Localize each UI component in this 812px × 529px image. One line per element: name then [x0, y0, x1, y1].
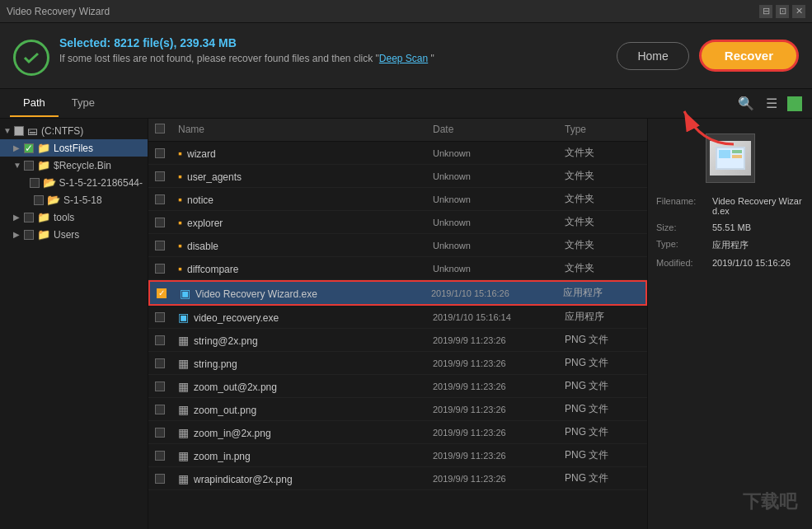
row-checkbox[interactable]: [155, 241, 165, 250]
file-date: Unknown: [433, 218, 565, 227]
file-date: 2019/1/10 15:16:14: [433, 312, 565, 322]
row-checkbox[interactable]: [155, 358, 165, 368]
file-type: 文件夹: [565, 146, 647, 160]
recyclebin-label: $Recycle.Bin: [54, 160, 111, 171]
checkbox-hdd[interactable]: [14, 126, 24, 136]
file-type: 文件夹: [565, 215, 647, 229]
list-icon-button[interactable]: ☰: [764, 94, 779, 113]
detail-size-label: Size:: [656, 222, 709, 232]
filelist-header: Name Date Type: [148, 119, 647, 142]
sidebar-item-recyclebin[interactable]: ▼ 📁 $Recycle.Bin: [0, 157, 148, 174]
checkbox-tools[interactable]: [24, 213, 34, 222]
lostfiles-label: LostFiles: [54, 143, 93, 154]
row-checkbox[interactable]: [155, 335, 165, 345]
file-date: Unknown: [433, 148, 565, 158]
file-row[interactable]: ▪wizard Unknown 文件夹: [148, 142, 647, 165]
row-checkbox[interactable]: [155, 474, 165, 484]
filelist: ▪wizard Unknown 文件夹 ▪user_agents Unknown…: [148, 142, 647, 529]
file-row-highlighted[interactable]: ✓ ▣Video Recovery Wizard.exe 2019/1/10 1…: [148, 280, 647, 306]
sidebar-item-hdd[interactable]: ▼ 🖴 (C:NTFS): [0, 122, 148, 139]
file-row[interactable]: ▣video_recovery.exe 2019/1/10 15:16:14 应…: [148, 306, 647, 329]
file-type: PNG 文件: [565, 356, 647, 370]
file-date: 2019/9/9 11:23:26: [433, 474, 565, 484]
app-icon-svg: [716, 147, 745, 170]
file-name: ▣video_recovery.exe: [178, 311, 433, 324]
home-button[interactable]: Home: [617, 42, 688, 70]
folder-icon: ▪: [178, 216, 182, 229]
folder-icon-users: 📁: [37, 228, 50, 241]
maximize-button[interactable]: ⊡: [776, 5, 789, 18]
detail-filename-row: Filename: Video Recovery Wizard.ex: [656, 196, 804, 216]
file-date: 2019/9/9 11:23:26: [433, 358, 565, 368]
sidebar-item-s1[interactable]: 📂 S-1-5-21-2186544-: [0, 174, 148, 191]
titlebar: Video Recovery Wizard ⊟ ⊡ ✕: [0, 0, 812, 23]
row-checkbox[interactable]: [155, 194, 165, 204]
header-checkbox[interactable]: [155, 124, 165, 133]
close-button[interactable]: ✕: [792, 5, 805, 18]
checkbox-s2[interactable]: [34, 195, 44, 205]
header-text: Selected: 8212 file(s), 239.34 MB If som…: [59, 36, 434, 64]
sidebar-item-tools[interactable]: ▶ 📁 tools: [0, 208, 148, 226]
tab-type[interactable]: Type: [59, 90, 108, 117]
file-name: ▪notice: [178, 193, 433, 206]
sidebar-item-users[interactable]: ▶ 📁 Users: [0, 226, 148, 243]
detail-type-label: Type:: [656, 239, 709, 251]
recover-button[interactable]: Recover: [699, 40, 799, 72]
png-icon: ▦: [178, 403, 189, 416]
s2-label: S-1-5-18: [63, 194, 102, 206]
row-checkbox[interactable]: [155, 382, 165, 391]
file-row[interactable]: ▦zoom_in.png 2019/9/9 11:23:26 PNG 文件: [148, 444, 647, 467]
folder-icon-s1: 📂: [43, 176, 56, 189]
row-checkbox[interactable]: [155, 405, 165, 414]
header-date: Date: [433, 124, 565, 136]
file-row[interactable]: ▦string.png 2019/9/9 11:23:26 PNG 文件: [148, 352, 647, 375]
file-row[interactable]: ▪diffcompare Unknown 文件夹: [148, 257, 647, 280]
file-type: PNG 文件: [565, 333, 647, 347]
checkbox-lostfiles[interactable]: ✓: [24, 143, 34, 153]
file-name: ▪explorer: [178, 216, 433, 229]
file-row[interactable]: ▪explorer Unknown 文件夹: [148, 211, 647, 234]
row-checkbox[interactable]: [155, 451, 165, 461]
row-checkbox[interactable]: [155, 148, 165, 158]
sidebar-item-s2[interactable]: 📂 S-1-5-18: [0, 191, 148, 208]
file-name: ▪wizard: [178, 147, 433, 160]
file-name: ▣Video Recovery Wizard.exe: [180, 287, 431, 300]
file-row[interactable]: ▪notice Unknown 文件夹: [148, 188, 647, 211]
row-checkbox-checked[interactable]: ✓: [157, 288, 167, 298]
file-row[interactable]: ▪disable Unknown 文件夹: [148, 234, 647, 257]
row-checkbox[interactable]: [155, 171, 165, 181]
row-checkbox[interactable]: [155, 312, 165, 322]
detail-panel: Filename: Video Recovery Wizard.ex Size:…: [647, 119, 812, 529]
minimize-button[interactable]: ⊟: [759, 5, 772, 18]
checkbox-s1[interactable]: [30, 178, 40, 188]
filelist-container: Name Date Type ▪wizard Unknown 文件夹 ▪user…: [148, 119, 647, 529]
folder-icon: ▪: [178, 239, 182, 252]
row-checkbox[interactable]: [155, 264, 165, 274]
file-row[interactable]: ▦wrapindicator@2x.png 2019/9/9 11:23:26 …: [148, 467, 647, 490]
folder-icon-recyclebin: 📁: [37, 159, 50, 171]
file-name: ▪user_agents: [178, 170, 433, 183]
green-square-button[interactable]: [787, 96, 802, 111]
tab-path[interactable]: Path: [10, 90, 59, 117]
checkbox-users[interactable]: [24, 230, 34, 240]
png-icon: ▦: [178, 334, 189, 347]
header-left: Selected: 8212 file(s), 239.34 MB If som…: [13, 36, 434, 76]
file-row[interactable]: ▦zoom_out.png 2019/9/9 11:23:26 PNG 文件: [148, 398, 647, 421]
file-date: 2019/9/9 11:23:26: [433, 428, 565, 438]
file-name: ▦zoom_out.png: [178, 403, 433, 416]
header-type: Type: [565, 124, 647, 136]
file-row[interactable]: ▦string@2x.png 2019/9/9 11:23:26 PNG 文件: [148, 329, 647, 352]
deep-scan-link[interactable]: Deep Scan: [379, 53, 428, 64]
svg-rect-2: [719, 150, 730, 158]
sidebar-item-lostfiles[interactable]: ▶ ✓ 📁 LostFiles: [0, 139, 148, 157]
row-checkbox[interactable]: [155, 428, 165, 438]
file-row[interactable]: ▦zoom_in@2x.png 2019/9/9 11:23:26 PNG 文件: [148, 421, 647, 444]
file-row[interactable]: ▪user_agents Unknown 文件夹: [148, 165, 647, 188]
checkbox-recyclebin[interactable]: [24, 161, 34, 171]
hdd-icon: 🖴: [27, 124, 38, 137]
row-checkbox[interactable]: [155, 218, 165, 227]
file-row[interactable]: ▦zoom_out@2x.png 2019/9/9 11:23:26 PNG 文…: [148, 375, 647, 398]
folder-icon: ▪: [178, 193, 182, 206]
search-icon-button[interactable]: 🔍: [736, 94, 756, 113]
main-content: ▼ 🖴 (C:NTFS) ▶ ✓ 📁 LostFiles ▼ 📁 $Recycl…: [0, 119, 812, 529]
